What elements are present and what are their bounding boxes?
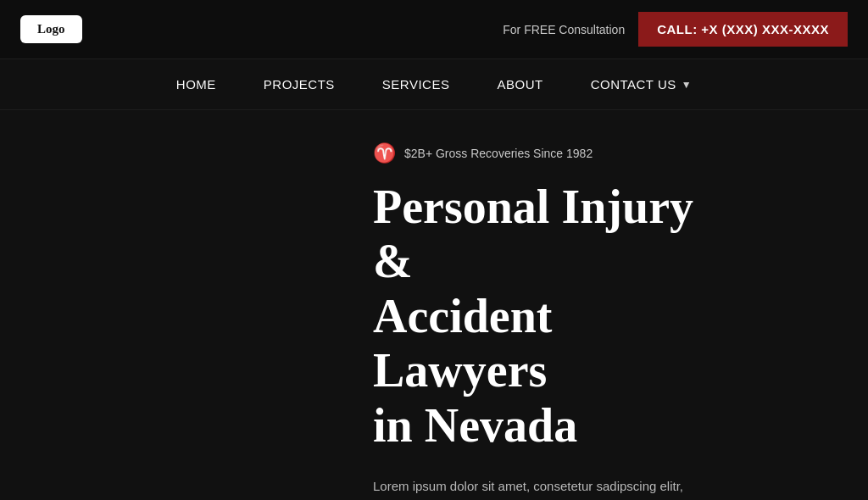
chevron-down-icon: ▼ [682, 79, 692, 91]
nav-item-services[interactable]: SERVICES [382, 77, 450, 92]
logo-button[interactable]: Logo [20, 15, 82, 43]
badge-text: $2B+ Gross Recoveries Since 1982 [404, 147, 593, 160]
hero-title-line1: Personal Injury & [373, 181, 693, 287]
hero-title-line3: in Nevada [373, 399, 577, 452]
hero-title-line2: Accident Lawyers [373, 290, 553, 397]
hero-section: ♈ $2B+ Gross Recoveries Since 1982 Perso… [0, 110, 868, 500]
badge-row: ♈ $2B+ Gross Recoveries Since 1982 [373, 144, 868, 163]
hero-title: Personal Injury & Accident Lawyers in Ne… [373, 180, 729, 453]
nav-item-projects[interactable]: PROJECTS [264, 77, 335, 92]
nav-bar: HOME PROJECTS SERVICES ABOUT CONTACT US … [0, 59, 868, 110]
nav-label-contact: CONTACT US [591, 77, 676, 92]
badge-icon: ♈ [373, 144, 396, 163]
top-bar: Logo For FREE Consultation CALL: +X (XXX… [0, 0, 868, 59]
consultation-text: For FREE Consultation [503, 23, 625, 36]
hero-description: Lorem ipsum dolor sit amet, consetetur s… [373, 476, 695, 500]
nav-label-about: ABOUT [497, 77, 542, 92]
nav-label-projects: PROJECTS [264, 77, 335, 92]
nav-item-home[interactable]: HOME [176, 77, 216, 92]
nav-item-about[interactable]: ABOUT [497, 77, 542, 92]
top-bar-right: For FREE Consultation CALL: +X (XXX) XXX… [503, 12, 848, 47]
nav-label-services: SERVICES [382, 77, 450, 92]
nav-item-contact[interactable]: CONTACT US ▼ [591, 77, 693, 92]
call-button[interactable]: CALL: +X (XXX) XXX-XXXX [638, 12, 848, 47]
nav-label-home: HOME [176, 77, 216, 92]
